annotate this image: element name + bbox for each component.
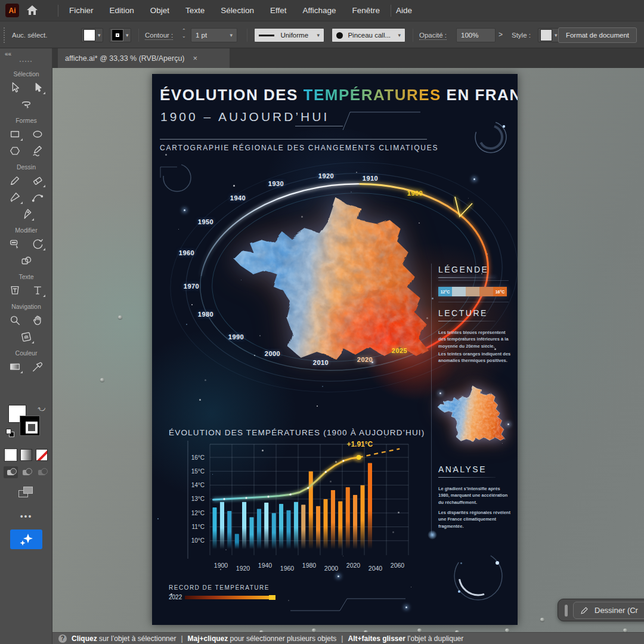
menu-fichier[interactable]: Fichier — [69, 6, 94, 15]
options-grip[interactable] — [4, 27, 5, 43]
opacity-expander[interactable]: > — [499, 30, 503, 39]
stroke-color-swatch[interactable] — [112, 29, 123, 41]
paintbrush-tool[interactable] — [6, 189, 24, 206]
ellipse-tool[interactable] — [29, 126, 47, 143]
hand-tool[interactable] — [29, 312, 47, 329]
legend-cell: 16°C — [493, 287, 507, 296]
pen-tool[interactable] — [17, 206, 35, 222]
taskbar-grip[interactable] — [565, 605, 568, 617]
canvas-pasteboard[interactable]: ÉVOLUTION DES TEMPÉRATURES EN FRANCE 190… — [52, 68, 644, 632]
fill-stroke-control[interactable]: ⤸ — [0, 405, 52, 443]
contextual-task-bar[interactable]: Dessiner (Cr — [558, 599, 644, 621]
stroke-swatch[interactable] — [20, 416, 40, 436]
artboard-poster[interactable]: ÉVOLUTION DES TEMPÉRATURES EN FRANCE 190… — [152, 74, 518, 625]
toolbar-section-sélection: Sélection — [0, 70, 52, 78]
screen-mode-button[interactable] — [18, 487, 34, 499]
gradient-button[interactable] — [20, 449, 32, 461]
type-tool[interactable] — [29, 282, 47, 299]
collapse-panel-icon[interactable]: «« — [5, 51, 11, 57]
home-icon[interactable] — [26, 4, 38, 18]
pasteboard-bump — [118, 315, 122, 319]
status-bar: ? Cliquez sur l’objet à sélectionner|Maj… — [52, 632, 644, 644]
document-tab-title: affiche.ai* @ 33,33 % (RVB/Aperçu) — [65, 54, 185, 63]
none-button[interactable] — [36, 449, 48, 461]
menu-sélection[interactable]: Sélection — [221, 6, 254, 15]
pencil-tool[interactable] — [6, 172, 24, 189]
svg-text:14°C: 14°C — [191, 482, 205, 488]
direct-selection-tool[interactable] — [29, 79, 47, 96]
timeline-year-1910: 1910 — [363, 175, 378, 182]
more-tools-button[interactable]: ••• — [0, 512, 52, 521]
illustrator-logo-icon[interactable]: Ai — [5, 4, 19, 17]
zoom-tool[interactable] — [6, 312, 24, 329]
pasteboard-bump — [540, 618, 544, 621]
menu-texte[interactable]: Texte — [185, 6, 205, 15]
stroke-weight-field[interactable]: 1 pt▾ — [191, 28, 237, 42]
stroke-weight-label[interactable]: Contour : — [145, 32, 173, 40]
legend-cell — [479, 287, 493, 296]
gradient-tool[interactable] — [6, 358, 24, 375]
toolbar-section-formes: Formes — [0, 117, 52, 124]
stroke-style-dropdown[interactable]: Uniforme▾ — [254, 28, 324, 42]
menu-edition[interactable]: Edition — [110, 6, 134, 15]
shaper-tool[interactable] — [29, 143, 47, 159]
stroke-stepper[interactable]: ⌃⌄ — [182, 29, 186, 39]
rotate-view-tool[interactable] — [17, 329, 35, 345]
ring-ornament-bottom-right — [447, 545, 513, 608]
svg-text:1960: 1960 — [280, 565, 295, 572]
close-icon[interactable]: × — [193, 54, 198, 63]
menu-fenêtre[interactable]: Fenêtre — [352, 6, 380, 15]
svg-text:1920: 1920 — [236, 565, 250, 572]
menu-affichage[interactable]: Affichage — [302, 6, 336, 15]
stroke-color-dropdown[interactable]: ▾ — [109, 28, 131, 42]
curvature-tool[interactable] — [29, 189, 47, 206]
shape-builder-tool[interactable] — [17, 252, 35, 269]
fill-color-swatch[interactable] — [83, 29, 95, 41]
style-dropdown[interactable]: ▾ — [538, 28, 560, 42]
color-button[interactable] — [5, 449, 17, 461]
rectangle-tool[interactable] — [6, 126, 24, 143]
menu-aide[interactable]: Aide — [396, 6, 412, 15]
lecture-paragraph-2: Les teintes oranges indiquent des anomal… — [438, 351, 511, 364]
draw-normal-mode-button[interactable] — [4, 466, 18, 478]
brush-dropdown[interactable]: Pinceau call...▾ — [332, 28, 405, 42]
draw-behind-mode-button[interactable] — [19, 466, 33, 478]
timeline-year-1980: 1980 — [198, 311, 213, 318]
draw-button[interactable]: Dessiner (Cr — [573, 602, 644, 619]
menu-effet[interactable]: Effet — [270, 6, 287, 15]
fill-color-dropdown[interactable]: ▾ — [81, 28, 103, 42]
document-tab[interactable]: affiche.ai* @ 33,33 % (RVB/Aperçu) × — [58, 48, 230, 68]
panel-grip[interactable]: ▪▪▪▪▪ — [0, 59, 52, 63]
tools-panel: «« ▪▪▪▪▪ SélectionFormesDessinModifierTe… — [0, 48, 52, 644]
rotate-tool[interactable] — [29, 236, 47, 252]
svg-text:2040: 2040 — [369, 565, 383, 572]
polygon-tool[interactable] — [6, 143, 24, 159]
toolbar-section-navigation: Navigation — [0, 303, 52, 310]
swap-fill-stroke-icon[interactable]: ⤸ — [38, 407, 46, 411]
timeline-year-1950: 1950 — [198, 218, 213, 225]
menu-objet[interactable]: Objet — [150, 6, 169, 15]
help-icon[interactable]: ? — [58, 634, 67, 643]
analyse-paragraph-2: Les disparités régionales révèlent une F… — [438, 509, 511, 530]
timeline-year-2025: 2025 — [392, 347, 407, 354]
draw-inside-mode-button[interactable] — [35, 466, 49, 478]
svg-text:2020: 2020 — [346, 562, 361, 569]
eyedropper-tool[interactable] — [29, 358, 47, 375]
document-setup-button[interactable]: Format de document — [558, 27, 637, 43]
timeline-year-1970: 1970 — [184, 283, 199, 290]
default-fill-stroke-icon[interactable] — [6, 429, 14, 437]
touch-type-tool[interactable] — [6, 282, 24, 299]
chevron-down-icon: ▾ — [98, 32, 101, 38]
generative-ai-button[interactable] — [10, 530, 42, 549]
opacity-field[interactable]: 100% — [456, 28, 496, 42]
record-year: 2022 — [169, 594, 182, 600]
svg-text:15°C: 15°C — [191, 468, 205, 475]
selection-tool[interactable] — [6, 79, 24, 96]
record-gradient-bar — [185, 596, 273, 599]
opacity-label[interactable]: Opacité : — [419, 32, 447, 40]
lasso-tool[interactable] — [17, 96, 35, 113]
svg-text:13°C: 13°C — [191, 496, 205, 502]
document-tab-bar: affiche.ai* @ 33,33 % (RVB/Aperçu) × — [52, 48, 644, 68]
eraser-tool[interactable] — [29, 172, 47, 189]
free-transform-tool[interactable] — [6, 236, 24, 252]
